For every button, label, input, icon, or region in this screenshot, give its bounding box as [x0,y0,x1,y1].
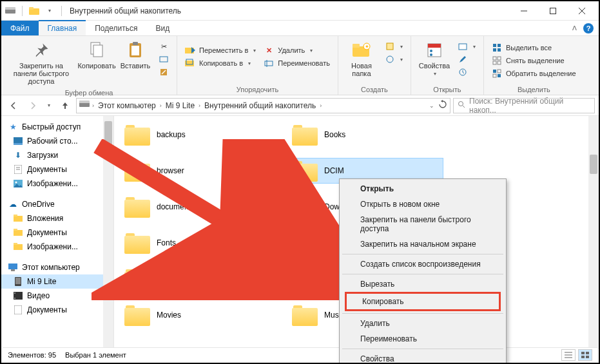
copy-path-button[interactable] [156,53,171,66]
cm-open[interactable]: Открыть [341,181,505,196]
breadcrumb[interactable]: › Этот компьютер › Mi 9 Lite › Внутренни… [76,98,450,113]
svg-rect-75 [581,356,585,358]
crumb-storage[interactable]: Внутренний общий накопитель [203,101,317,110]
status-selected: Выбран 1 элемент [65,351,126,359]
folder-miui[interactable]: MIUI [121,267,275,291]
chevron-down-icon[interactable]: ▾ [43,5,56,17]
sidebar-documents[interactable]: Документы📌 [1,162,113,177]
folder-movies[interactable]: Movies [121,303,275,327]
cm-cut[interactable]: Вырезать [341,276,505,292]
context-menu: Открыть Открыть в новом окне Закрепить н… [339,178,507,364]
copy-button[interactable]: Копировать [79,37,115,72]
pc-icon [8,262,18,273]
view-icons-button[interactable] [578,349,592,361]
easy-access-button[interactable]: ▾ [382,53,405,66]
svg-text:✦: ✦ [364,44,369,50]
minimize-button[interactable] [509,2,538,20]
sidebar-pictures[interactable]: Изображени...📌 [1,177,113,191]
help-icon[interactable]: ? [583,23,594,34]
svg-rect-13 [160,57,168,62]
folder-books[interactable]: Books [288,122,443,147]
back-button[interactable] [5,97,22,114]
path-icon [159,54,169,64]
svg-rect-35 [498,48,501,52]
history-button[interactable] [455,66,478,79]
paste-button[interactable]: Вставить [117,37,153,72]
sidebar-quick-access[interactable]: ★Быстрый доступ [1,120,113,134]
search-input[interactable]: Поиск: Внутренний общий накоп... [453,98,595,113]
sidebar-pictures2[interactable]: Изображени... [1,240,113,254]
sidebar-downloads[interactable]: ⬇Загрузки📌 [1,148,113,162]
svg-rect-43 [493,74,496,77]
forward-button[interactable] [24,97,41,114]
cm-rename[interactable]: Переименовать [341,331,505,347]
new-item-icon [385,41,395,52]
cm-pin-start[interactable]: Закрепить на начальном экране [341,236,505,252]
ribbon-tabs: Файл Главная Поделиться Вид ᐱ ? [1,21,599,36]
tab-file[interactable]: Файл [1,21,39,35]
select-all-button[interactable]: Выделить все [489,41,579,54]
crumb-device[interactable]: Mi 9 Lite [164,101,196,110]
svg-rect-66 [14,292,15,294]
svg-rect-24 [387,43,393,50]
sidebar-documents2[interactable]: Документы [1,225,113,240]
up-button[interactable] [57,97,73,114]
folder-icon [124,232,150,254]
svg-rect-55 [14,216,23,222]
tab-view[interactable]: Вид [146,21,179,35]
new-item-button[interactable]: ▾ [382,40,405,53]
sidebar-attachments[interactable]: Вложения [1,211,113,225]
crumb-this-pc[interactable]: Этот компьютер [97,101,157,110]
refresh-icon[interactable] [438,100,447,111]
cm-pin-qa[interactable]: Закрепить на панели быстрого доступа [341,212,505,236]
svg-rect-39 [498,61,501,64]
tab-home[interactable]: Главная [39,20,86,35]
folder-icon [124,160,150,182]
sidebar-desktop[interactable]: Рабочий сто...📌 [1,134,113,148]
move-to-button[interactable]: Переместить в▾ [182,44,258,57]
properties-button[interactable]: Свойства▾ [416,37,452,79]
dropdown-icon[interactable]: ⌄ [429,102,434,109]
maximize-button[interactable] [538,2,567,20]
edit-button[interactable] [455,53,478,66]
rename-button[interactable]: Переименовать [261,57,333,70]
svg-rect-57 [14,230,23,236]
select-none-button[interactable]: Снять выделение [489,54,579,67]
ribbon-group-clipboard: Закрепить на панели быстрого доступа Коп… [1,36,177,95]
cm-copy[interactable]: Копировать [347,294,499,309]
folder-documents[interactable]: docume... [121,195,275,219]
svg-rect-45 [79,101,90,103]
folder-fonts[interactable]: Fonts [121,231,275,255]
cut-button[interactable]: ✂ [156,40,171,53]
open-button[interactable]: ▾ [455,40,478,53]
status-bar: Элементов: 95 Выбран 1 элемент [3,347,597,361]
sidebar-this-pc[interactable]: Этот компьютер [1,260,113,274]
cm-open-new[interactable]: Открыть в новом окне [341,196,505,212]
sidebar-documents3[interactable]: Документы [1,303,113,317]
recent-button[interactable]: ▾ [44,97,54,114]
new-folder-button[interactable]: ✦ Новая папка [344,37,380,80]
tab-share[interactable]: Поделиться [86,21,146,35]
close-button[interactable] [567,2,596,20]
collapse-ribbon-icon[interactable]: ᐱ [572,24,577,32]
folder-qat-icon[interactable] [28,5,41,17]
pin-to-quick-access-button[interactable]: Закрепить на панели быстрого доступа [6,37,76,88]
svg-rect-5 [550,8,556,14]
invert-selection-button[interactable]: Обратить выделение [489,67,579,80]
sidebar-device[interactable]: Mi 9 Lite [1,274,113,289]
folder-browser[interactable]: browser [121,158,275,183]
cm-playlist[interactable]: Создать список воспроизведения [341,256,505,272]
paste-shortcut-button[interactable] [156,66,171,79]
view-details-button[interactable] [561,349,576,361]
cm-delete[interactable]: Удалить [341,316,505,331]
cm-properties[interactable]: Свойства [341,351,505,364]
delete-button[interactable]: ✕ Удалить▾ [261,44,333,57]
folder-backups[interactable]: backups [121,122,275,147]
content-scrollbar[interactable] [588,116,599,349]
copy-to-button[interactable]: Копировать в▾ [182,57,258,70]
svg-rect-64 [15,278,21,284]
sidebar-scrollbar[interactable] [103,116,113,349]
sidebar-onedrive[interactable]: ☁OneDrive [1,197,113,211]
address-bar-row: ▾ › Этот компьютер › Mi 9 Lite › Внутрен… [1,95,599,116]
sidebar-videos[interactable]: Видео [1,289,113,303]
